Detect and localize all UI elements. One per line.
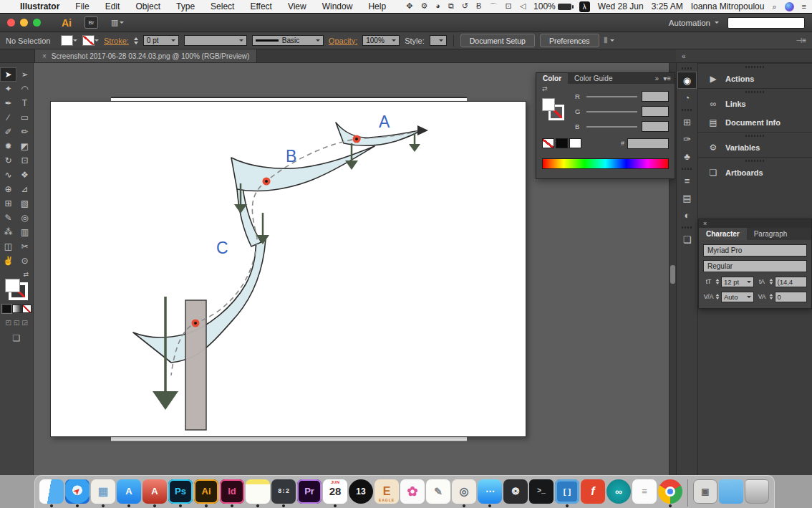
dock-notes[interactable]: [246, 479, 270, 507]
fill-swatch[interactable]: [61, 35, 77, 46]
rotate-tool[interactable]: ↻: [0, 153, 16, 168]
drawing-mode-2[interactable]: ◲: [21, 319, 28, 326]
menu-edit[interactable]: Edit: [105, 1, 120, 11]
panel-button-artboards[interactable]: ❏Artboards: [698, 163, 812, 182]
font-family-field[interactable]: Myriad Pro: [703, 244, 807, 257]
color-button[interactable]: [2, 305, 11, 313]
stroke-weight-stepper[interactable]: [134, 35, 138, 47]
dock-preview[interactable]: ◎: [452, 479, 476, 507]
pivot-b[interactable]: [263, 178, 271, 186]
blade-a[interactable]: [336, 123, 420, 145]
dock-fox-app[interactable]: ❂: [503, 479, 528, 507]
slice-tool[interactable]: ✂: [16, 239, 33, 254]
leading-select[interactable]: (14,4: [775, 277, 808, 287]
dock-downloads-folder[interactable]: [719, 479, 743, 507]
menu-view[interactable]: View: [288, 1, 306, 11]
pen-tool[interactable]: ✒: [0, 96, 16, 110]
shape-builder-tool[interactable]: ⊕: [0, 182, 16, 196]
siri-icon[interactable]: [785, 2, 794, 11]
font-size-stepper[interactable]: [716, 277, 720, 287]
dock-terminal[interactable]: >_: [529, 479, 554, 507]
dock-photoshop[interactable]: Ps: [168, 479, 193, 507]
menu-object[interactable]: Object: [135, 1, 160, 11]
menu-select[interactable]: Select: [211, 1, 234, 11]
channel-slider[interactable]: [586, 126, 637, 128]
channel-slider[interactable]: [586, 111, 637, 112]
dock-reminders[interactable]: ≡: [632, 479, 657, 507]
lasso-tool[interactable]: ◠: [16, 82, 33, 96]
perspective-grid-tool[interactable]: ⊿: [16, 182, 33, 196]
volume-icon[interactable]: ◁: [520, 1, 526, 12]
symbol-sprayer-tool[interactable]: ⁂: [0, 225, 16, 239]
dock-autocad[interactable]: A: [142, 479, 167, 507]
color-spectrum-bar[interactable]: [542, 158, 669, 169]
rectangle-tool[interactable]: ▭: [16, 110, 33, 125]
panel-dock-header[interactable]: «: [676, 49, 812, 63]
blob-brush-tool[interactable]: ✹: [0, 139, 16, 153]
dock-messages[interactable]: ⋯: [478, 479, 502, 507]
dock-circle-13[interactable]: 13: [349, 479, 373, 507]
dock-finder[interactable]: [39, 479, 64, 507]
opacity-select[interactable]: 100%: [362, 35, 400, 46]
menu-help[interactable]: Help: [368, 1, 386, 11]
pivot-c[interactable]: [192, 320, 200, 327]
dock-trash[interactable]: [745, 479, 769, 507]
line-segment-tool[interactable]: ∕: [0, 110, 16, 125]
align-menu[interactable]: ⫴: [604, 36, 615, 45]
menu-window[interactable]: Window: [322, 1, 353, 11]
menu-bar-date[interactable]: Wed 28 Jun: [598, 1, 644, 11]
magic-wand-tool[interactable]: ✦: [0, 82, 16, 96]
zoom-window-button[interactable]: [33, 19, 41, 27]
menu-bar-time[interactable]: 3:25 AM: [652, 1, 683, 11]
dock-photos-viewer[interactable]: ▦: [91, 479, 115, 507]
wifi-icon[interactable]: ⌒: [489, 1, 497, 12]
hand-tool[interactable]: ✌: [0, 254, 16, 268]
black-swatch[interactable]: [556, 138, 568, 148]
style-select[interactable]: [430, 35, 447, 46]
dock-chrome[interactable]: [658, 479, 682, 507]
panel-button-actions[interactable]: ▶Actions: [698, 70, 812, 88]
bluetooth-icon[interactable]: Ƀ: [476, 1, 481, 12]
type-tool[interactable]: T: [16, 96, 33, 110]
direct-selection-tool[interactable]: ➢: [16, 67, 33, 82]
color-guide-icon[interactable]: ◔: [677, 89, 697, 106]
dock-git-app[interactable]: f: [581, 479, 605, 507]
gears-icon[interactable]: ⚙: [420, 1, 427, 12]
pivot-a[interactable]: [353, 135, 361, 143]
opacity-link[interactable]: Opacity:: [329, 37, 357, 45]
blade-b[interactable]: [231, 146, 374, 191]
expand-panel-icon[interactable]: »: [655, 75, 659, 82]
dock-eagle[interactable]: EEAGLE: [374, 479, 399, 507]
color-fill-stroke-proxy[interactable]: [542, 98, 566, 123]
document-tab[interactable]: × Screenshot 2017-06-28 03.24.03.png @ 1…: [34, 49, 257, 62]
stroke-panel-icon[interactable]: ≡: [677, 172, 697, 189]
blend-tool[interactable]: ◎: [16, 211, 33, 225]
brushes-icon[interactable]: ✑: [677, 130, 697, 148]
color-fill-proxy[interactable]: [542, 98, 555, 111]
menu-illustrator[interactable]: Illustrator: [20, 1, 59, 11]
pencil-tool[interactable]: ✏: [16, 125, 33, 139]
stroke-swatch[interactable]: [82, 35, 99, 46]
tab-character[interactable]: Character: [699, 228, 747, 240]
channel-slider[interactable]: [586, 96, 637, 97]
stroke-weight-select[interactable]: 0 pt: [143, 35, 179, 46]
preferences-button[interactable]: Preferences: [540, 34, 599, 47]
dock-indesign[interactable]: Id: [220, 479, 244, 507]
search-input[interactable]: [728, 17, 805, 29]
dock-app-store[interactable]: A: [117, 479, 141, 507]
close-panel-icon[interactable]: ×: [703, 220, 707, 227]
swatches-icon[interactable]: ⊞: [677, 113, 697, 130]
dropbox-icon[interactable]: ✥: [406, 1, 412, 12]
mesh-tool[interactable]: ⊞: [0, 196, 16, 211]
panel-menu-icon[interactable]: ▾≡: [663, 75, 671, 82]
panel-button-document-info[interactable]: ▤Document Info: [698, 113, 812, 132]
width-tool[interactable]: ∿: [0, 168, 16, 182]
color-swap-icon[interactable]: ⇄: [542, 85, 548, 92]
tab-paragraph[interactable]: Paragraph: [747, 228, 795, 240]
menu-type[interactable]: Type: [176, 1, 195, 11]
menu-effect[interactable]: Effect: [250, 1, 271, 11]
panel-button-links[interactable]: ∞Links: [698, 95, 812, 113]
workspace-switcher[interactable]: Automation: [669, 19, 719, 27]
menu-file[interactable]: File: [75, 1, 89, 11]
lambda-app-icon[interactable]: λ: [579, 1, 590, 12]
